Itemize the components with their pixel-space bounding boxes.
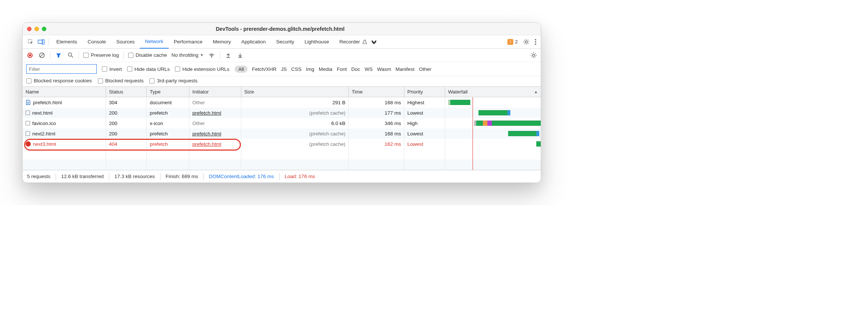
tab-performance[interactable]: Performance (169, 35, 208, 49)
filter-bar: Invert Hide data URLs Hide extension URL… (23, 62, 541, 76)
svg-point-9 (68, 53, 72, 56)
type-filter-media[interactable]: Media (319, 66, 332, 72)
svg-point-4 (535, 39, 536, 40)
hide-data-urls-checkbox[interactable]: Hide data URLs (127, 66, 170, 72)
type-filter-css[interactable]: CSS (291, 66, 302, 72)
minimize-window-button[interactable] (34, 27, 39, 31)
type-filter-doc[interactable]: Doc (351, 66, 360, 72)
cell-status: 404 (106, 139, 147, 149)
blocked-cookies-checkbox[interactable]: Blocked response cookies (26, 78, 92, 83)
cell-initiator[interactable]: prefetch.html (189, 139, 241, 149)
preserve-log-checkbox[interactable]: Preserve log (83, 52, 119, 58)
svg-line-10 (72, 56, 73, 58)
cell-status: 200 (106, 128, 147, 139)
import-har-icon[interactable] (225, 52, 232, 59)
col-type[interactable]: Type (147, 87, 189, 97)
sort-asc-icon: ▲ (534, 90, 538, 94)
tab-recorder[interactable]: Recorder (334, 35, 365, 49)
filter-bar-row-2: Blocked response cookies Blocked request… (23, 76, 541, 87)
cell-waterfall (445, 97, 541, 108)
kebab-menu-icon[interactable] (535, 39, 536, 45)
table-row[interactable]: next2.html200prefetchprefetch.html(prefe… (23, 128, 541, 139)
tab-console[interactable]: Console (82, 35, 111, 49)
export-har-icon[interactable] (236, 52, 244, 59)
tab-application[interactable]: Application (236, 35, 271, 49)
cell-size: 291 B (241, 97, 349, 108)
filter-input[interactable] (26, 64, 97, 74)
clear-button[interactable] (38, 52, 46, 59)
window-titlebar: DevTools - prerender-demos.glitch.me/pre… (23, 23, 541, 35)
more-tabs-button[interactable] (367, 35, 381, 49)
type-filter-other[interactable]: Other (419, 66, 431, 72)
filter-toggle-icon[interactable] (55, 52, 62, 59)
col-waterfall[interactable]: Waterfall▲ (445, 87, 541, 97)
svg-point-11 (211, 56, 212, 57)
table-row[interactable]: favicon.ico200x-iconOther6.0 kB346 msHig… (23, 118, 541, 128)
cell-priority: Lowest (404, 108, 445, 118)
col-initiator[interactable]: Initiator (189, 87, 241, 97)
throttling-select[interactable]: No throttling ▼ (172, 52, 204, 58)
type-filter-ws[interactable]: WS (365, 66, 373, 72)
request-name: favicon.ico (32, 121, 56, 126)
status-transferred: 12.6 kB transferred (61, 174, 104, 179)
cell-size: 6.0 kB (241, 118, 349, 128)
search-icon[interactable] (67, 52, 74, 59)
request-name: next3.html (33, 141, 56, 147)
tab-lighthouse[interactable]: Lighthouse (299, 35, 334, 49)
separator (50, 52, 50, 59)
device-mode-icon[interactable] (36, 39, 46, 45)
separator (220, 52, 220, 59)
network-conditions-icon[interactable] (208, 52, 215, 59)
status-bar: 5 requests 12.6 kB transferred 17.3 kB r… (23, 170, 541, 183)
cell-time: 162 ms (349, 139, 404, 149)
third-party-checkbox[interactable]: 3rd-party requests (149, 78, 198, 83)
invert-checkbox[interactable]: Invert (102, 66, 122, 72)
tab-sources[interactable]: Sources (111, 35, 140, 49)
tab-network[interactable]: Network (140, 35, 169, 49)
svg-rect-1 (38, 40, 43, 43)
tab-elements[interactable]: Elements (51, 35, 82, 49)
status-load: Load: 176 ms (285, 174, 315, 179)
disable-cache-checkbox[interactable]: Disable cache (128, 52, 167, 58)
warnings-indicator[interactable]: ! 2 (507, 39, 518, 45)
network-table: Name Status Type Initiator Size Time Pri… (23, 87, 541, 170)
network-table-wrap: Name Status Type Initiator Size Time Pri… (23, 87, 541, 170)
col-size[interactable]: Size (241, 87, 349, 97)
checkbox-icon (128, 53, 133, 58)
cell-type: document (147, 97, 189, 108)
col-name[interactable]: Name (23, 87, 106, 97)
cell-initiator[interactable]: prefetch.html (189, 108, 241, 118)
table-row[interactable]: ✕next3.html404prefetchprefetch.html(pref… (23, 139, 541, 149)
blocked-requests-checkbox[interactable]: Blocked requests (98, 78, 144, 83)
chevron-down-icon: ▼ (200, 53, 203, 57)
table-row[interactable]: next.html200prefetchprefetch.html(prefet… (23, 108, 541, 118)
maximize-window-button[interactable] (42, 27, 46, 31)
request-name: next2.html (32, 131, 55, 137)
type-filter-all[interactable]: All (235, 66, 248, 73)
panel-tabs: ElementsConsoleSourcesNetworkPerformance… (23, 35, 541, 49)
hide-extension-urls-checkbox[interactable]: Hide extension URLs (175, 66, 229, 72)
traffic-lights (27, 27, 46, 31)
type-filter-font[interactable]: Font (337, 66, 347, 72)
close-window-button[interactable] (27, 27, 32, 31)
col-status[interactable]: Status (106, 87, 147, 97)
type-filter-img[interactable]: Img (306, 66, 314, 72)
settings-gear-icon[interactable] (523, 39, 530, 45)
type-filter-manifest[interactable]: Manifest (395, 66, 414, 72)
type-filter-fetchxhr[interactable]: Fetch/XHR (252, 66, 276, 72)
cell-time: 168 ms (349, 128, 404, 139)
record-button[interactable] (26, 52, 34, 59)
svg-rect-2 (42, 39, 44, 44)
table-row[interactable]: prefetch.html304documentOther291 B168 ms… (23, 97, 541, 108)
tab-memory[interactable]: Memory (208, 35, 236, 49)
network-settings-icon[interactable] (530, 52, 537, 59)
type-filter-js[interactable]: JS (281, 66, 287, 72)
type-filter-wasm[interactable]: Wasm (377, 66, 391, 72)
col-time[interactable]: Time (349, 87, 404, 97)
col-priority[interactable]: Priority (404, 87, 445, 97)
resource-icon (26, 121, 30, 125)
tab-security[interactable]: Security (271, 35, 299, 49)
cell-type: prefetch (147, 128, 189, 139)
inspect-icon[interactable] (26, 39, 36, 45)
cell-initiator[interactable]: prefetch.html (189, 128, 241, 139)
